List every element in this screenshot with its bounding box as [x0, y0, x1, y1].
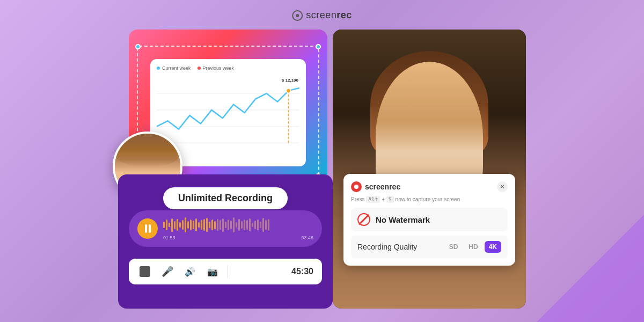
wbar [217, 219, 218, 231]
wbar [219, 220, 221, 230]
wbar [230, 221, 232, 229]
quality-sd-button[interactable]: SD [445, 241, 463, 253]
wbar [187, 221, 189, 229]
wbar [260, 222, 261, 228]
wbar [174, 221, 175, 229]
wbar [195, 218, 197, 231]
wbar [182, 220, 184, 230]
wbar [228, 219, 229, 230]
wbar [249, 218, 251, 231]
time-total: 03:46 [301, 235, 313, 240]
mic-icon: 🎤 [162, 266, 173, 277]
quality-hd-button[interactable]: HD [464, 241, 482, 253]
no-watermark-row: No Watermark [351, 208, 508, 231]
volume-button[interactable]: 🔊 [182, 264, 197, 279]
left-panel: Current week Previous week $ 12,100 [118, 30, 333, 309]
camera-icon: 📷 [207, 267, 218, 277]
wbar [236, 222, 237, 228]
wbar [225, 222, 226, 228]
bottom-area: Unlimited Recording [118, 174, 333, 309]
wbar [254, 221, 256, 229]
wbar [177, 219, 178, 231]
waveform[interactable]: 01:53 03:46 [163, 217, 313, 240]
handle-top-left[interactable] [135, 44, 141, 49]
wbar [171, 218, 173, 232]
wbar [211, 219, 213, 230]
handle-top-right[interactable] [316, 44, 321, 49]
logo-text: screenrec [306, 10, 352, 21]
triangle-decoration [537, 215, 644, 322]
screenrec-popup: screenrec ✕ Press Alt + S now to capture… [343, 174, 515, 266]
audio-player[interactable]: 01:53 03:46 [129, 210, 322, 247]
wbar [241, 221, 243, 229]
woman-figure [333, 30, 526, 309]
unlimited-recording-text: Unlimited Recording [178, 193, 273, 203]
no-watermark-text: No Watermark [376, 215, 430, 224]
wbar [203, 219, 205, 231]
popup-logo-icon [351, 181, 362, 192]
time-current: 01:53 [163, 235, 175, 240]
wbar [222, 218, 224, 232]
pause-bar-left [145, 224, 147, 233]
quality-4k-button[interactable]: 4K [485, 241, 501, 253]
logo-bar: screenrec [292, 10, 352, 21]
wbar [262, 218, 264, 232]
no-watermark-icon [357, 213, 370, 226]
face-hair [115, 134, 180, 166]
wbar [179, 222, 181, 228]
right-panel: screenrec ✕ Press Alt + S now to capture… [333, 30, 526, 309]
wbar [214, 221, 216, 229]
quality-options: SD HD 4K [445, 241, 501, 253]
wbar [198, 222, 200, 228]
pause-icon [145, 224, 151, 233]
quality-label: Recording Quality [357, 243, 417, 251]
wbar [233, 217, 235, 232]
wbar [257, 219, 259, 230]
recording-timer: 45:30 [291, 267, 313, 276]
wbar [244, 219, 245, 230]
camera-button[interactable]: 📷 [205, 264, 220, 279]
logo-bold: rec [336, 10, 352, 20]
quality-row: Recording Quality SD HD 4K [351, 236, 508, 258]
controls-divider [228, 265, 228, 278]
logo-plain: screen [306, 10, 336, 20]
wbar [185, 217, 186, 232]
wbar [209, 222, 210, 228]
waveform-bars [163, 217, 313, 233]
wbar [169, 223, 170, 227]
popup-close-button[interactable]: ✕ [497, 181, 508, 192]
wbar [206, 218, 208, 232]
popup-subtitle: Press Alt + S now to capture your screen [351, 196, 508, 202]
stop-icon [140, 266, 150, 277]
volume-icon: 🔊 [185, 267, 195, 277]
wbar [246, 220, 248, 230]
mic-button[interactable]: 🎤 [160, 264, 175, 279]
wbar [268, 219, 269, 231]
unlimited-recording-badge: Unlimited Recording [163, 187, 288, 209]
wbar [265, 220, 267, 230]
wbar [193, 221, 194, 229]
popup-logo: screenrec [351, 181, 400, 192]
wbar [238, 219, 240, 231]
wbar [201, 220, 202, 230]
popup-logo-text: screenrec [365, 182, 400, 191]
stop-button[interactable] [137, 264, 152, 279]
wbar [166, 219, 167, 230]
screenrec-logo-icon [292, 10, 303, 21]
wbar [163, 222, 165, 228]
pause-bar-right [149, 224, 151, 233]
time-labels: 01:53 03:46 [163, 235, 313, 240]
controls-row: 🎤 🔊 📷 45:30 [129, 259, 322, 284]
pause-button[interactable] [137, 218, 158, 239]
wbar [190, 219, 192, 230]
wbar [252, 223, 253, 227]
person-background [333, 30, 526, 309]
popup-header: screenrec ✕ [351, 181, 508, 192]
main-container: Current week Previous week $ 12,100 [118, 30, 526, 309]
